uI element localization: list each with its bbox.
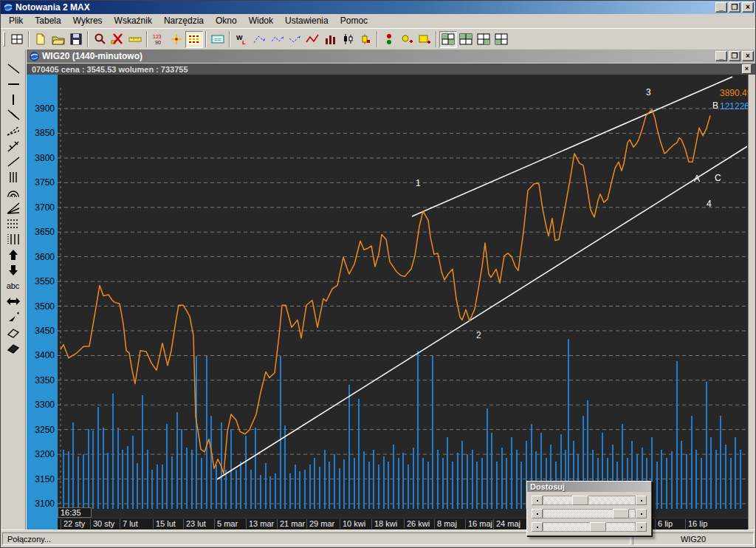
restore-button[interactable]: ❐: [729, 2, 740, 13]
vertical-bars-tool[interactable]: [4, 170, 23, 185]
close-button[interactable]: ×: [742, 2, 754, 13]
minimize-button[interactable]: _: [715, 2, 727, 13]
chart-close-button[interactable]: ×: [742, 51, 754, 61]
menu-wskaznik[interactable]: Wskaźnik: [109, 14, 158, 28]
trend-line-tool[interactable]: [4, 61, 23, 76]
save-chart-button[interactable]: [67, 31, 85, 48]
arrow-down-tool[interactable]: [4, 263, 23, 278]
x-axis-tick: 13 mar: [246, 519, 274, 529]
slider-track[interactable]: [543, 522, 636, 532]
chart-plot[interactable]: 1234ABC 3890.49 1212262 16:35 22 sty30 s…: [58, 75, 748, 530]
menu-okno[interactable]: Okno: [210, 14, 243, 28]
layout-quad-button[interactable]: [439, 31, 457, 48]
price-axis[interactable]: 3900385038003750370036503600355035003450…: [27, 75, 58, 530]
add-point-button[interactable]: [398, 31, 416, 48]
y-axis-tick: 3550: [35, 276, 55, 287]
dostosuj-titlebar[interactable]: Dostosuj: [527, 482, 651, 492]
chart-right-border: [748, 75, 755, 530]
x-axis-tick: 22 sty: [61, 519, 85, 529]
chart-restore-button[interactable]: ❐: [729, 51, 740, 61]
slider-right-button[interactable]: [636, 522, 647, 532]
pitchfork-tool[interactable]: [4, 139, 23, 154]
x-axis-tick: 24 maj: [493, 519, 520, 529]
y-axis-tick: 3750: [35, 177, 55, 188]
slider-track[interactable]: [543, 496, 636, 505]
slider-thumb[interactable]: [590, 522, 606, 532]
histogram-button[interactable]: [321, 31, 339, 48]
text-label-tool[interactable]: abc: [4, 278, 23, 293]
pane-layout-button[interactable]: [8, 31, 26, 48]
eraser-filled-tool[interactable]: [4, 340, 23, 355]
menu-widok[interactable]: Widok: [243, 14, 279, 28]
slider-left-button[interactable]: [532, 496, 543, 505]
data-table-button[interactable]: ==: [209, 31, 227, 48]
horizontal-line-tool[interactable]: [4, 77, 23, 92]
signal-dots-button[interactable]: [380, 31, 398, 48]
slider-thumb[interactable]: [572, 496, 588, 505]
last-price-label: 3890.49: [720, 88, 748, 98]
menu-narzedzia[interactable]: Narzędzia: [158, 14, 210, 28]
arrow-style-2-button[interactable]: [268, 31, 286, 48]
application-window: Notowania 2 MAX _ ❐ × Plik Tabela Wykres…: [0, 0, 756, 548]
volume-candle-button[interactable]: [357, 31, 374, 48]
y-axis-tick: 3100: [35, 499, 55, 509]
channel-lines-tool[interactable]: [4, 123, 23, 138]
slider-right-button[interactable]: [636, 509, 647, 518]
layout-right-button[interactable]: [475, 31, 492, 48]
fibonacci-time-zones-tool[interactable]: [4, 232, 23, 247]
slider-track[interactable]: [543, 509, 636, 518]
menu-wykres[interactable]: Wykres: [67, 14, 109, 28]
measure-ruler-button[interactable]: [126, 31, 144, 48]
eraser-tool[interactable]: [4, 325, 23, 340]
y-axis-tick: 3900: [35, 103, 55, 114]
slider-left-button[interactable]: [532, 509, 543, 518]
new-chart-button[interactable]: [32, 31, 49, 48]
chart-canvas[interactable]: 1234ABC: [58, 75, 747, 530]
info-close-icon[interactable]: ×: [742, 64, 752, 74]
horizontal-arrows-tool[interactable]: [4, 294, 23, 309]
vertical-line-tool[interactable]: [4, 92, 23, 107]
svg-text:L: L: [242, 39, 246, 46]
menu-pomoc[interactable]: Pomoc: [334, 14, 374, 28]
chart-window: WIG20 (1440-minutowo) _ ❐ × 070405 cena …: [26, 49, 755, 530]
fibonacci-arcs-tool[interactable]: [4, 185, 23, 200]
chart-minimize-button[interactable]: _: [715, 51, 727, 61]
y-axis-tick: 3600: [35, 252, 55, 262]
indicator-wl-button[interactable]: WL: [233, 31, 250, 48]
toolbar-separator: [87, 31, 89, 47]
menu-plik[interactable]: Plik: [3, 14, 29, 28]
zigzag-line-button[interactable]: [303, 31, 321, 48]
toolbar-separator: [229, 31, 230, 47]
open-chart-button[interactable]: [49, 31, 67, 48]
layout-top-button[interactable]: [457, 31, 475, 48]
x-axis-tick: 6 lip: [655, 519, 673, 529]
pointer-move-tool[interactable]: [4, 309, 23, 324]
axis-scale-button[interactable]: 12390: [150, 31, 168, 48]
chart-area: 3900385038003750370036503600355035003450…: [27, 75, 755, 530]
gann-fan-tool[interactable]: [4, 201, 23, 216]
layout-bottom-button[interactable]: [492, 31, 510, 48]
chart-window-titlebar[interactable]: WIG20 (1440-minutowo) _ ❐ ×: [27, 49, 755, 63]
slider-left-button[interactable]: [532, 522, 543, 532]
arrow-style-1-button[interactable]: [250, 31, 268, 48]
parallel-lines-tool[interactable]: [4, 108, 23, 123]
crosshair-button[interactable]: [168, 31, 185, 48]
ray-line-tool[interactable]: [4, 154, 23, 169]
delete-indicator-button[interactable]: [109, 31, 126, 48]
menu-tabela[interactable]: Tabela: [29, 14, 66, 28]
drawing-palette: abc: [1, 49, 26, 530]
toolbar-grip[interactable]: [3, 32, 5, 47]
grid-settings-button[interactable]: [185, 31, 203, 48]
fibonacci-retracement-tool[interactable]: [4, 216, 23, 231]
slider-right-button[interactable]: [636, 496, 647, 505]
x-axis-tick: 10 kwi: [340, 519, 365, 529]
main-titlebar[interactable]: Notowania 2 MAX _ ❐ ×: [1, 1, 755, 14]
arrow-up-tool[interactable]: [4, 247, 23, 262]
slider-thumb[interactable]: [613, 509, 629, 518]
x-axis-tick: 16 maj: [465, 519, 492, 529]
menu-ustawienia[interactable]: Ustawienia: [279, 14, 334, 28]
arrow-style-3-button[interactable]: [286, 31, 303, 48]
candlestick-chart-button[interactable]: [339, 31, 357, 48]
add-region-button[interactable]: [416, 31, 433, 48]
zoom-button[interactable]: [91, 31, 109, 48]
